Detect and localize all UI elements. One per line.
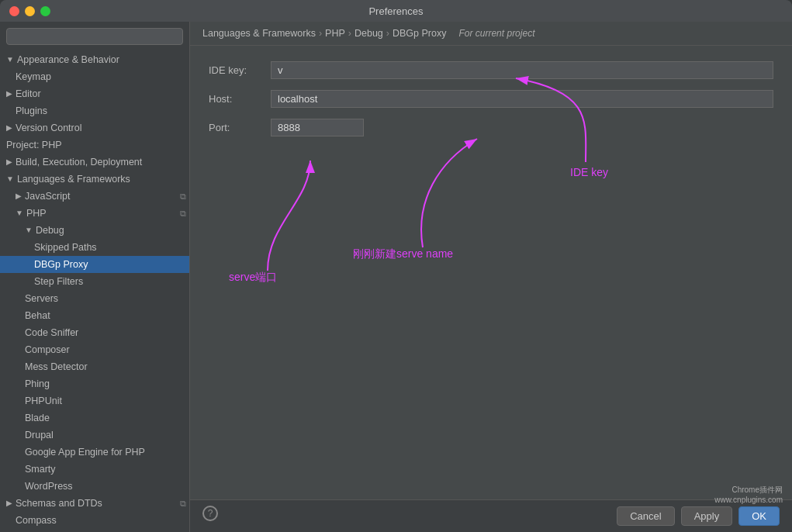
sidebar-item-behat[interactable]: Behat	[0, 307, 189, 324]
sidebar-item-smarty[interactable]: Smarty	[0, 461, 189, 478]
breadcrumb-project-label: For current project	[458, 28, 534, 39]
sidebar-label: PHP	[26, 206, 47, 221]
sidebar-label: Project: PHP	[6, 137, 62, 153]
arrow-icon: ▶	[6, 496, 12, 511]
sidebar-item-google-app-engine[interactable]: Google App Engine for PHP	[0, 444, 189, 461]
sidebar-label: Plugins	[16, 103, 47, 119]
arrow-icon: ▼	[16, 206, 23, 221]
sidebar-label: Step Filters	[34, 274, 83, 289]
sidebar-label: Skipped Paths	[34, 240, 97, 255]
sidebar-item-dbgp-proxy[interactable]: DBGp Proxy	[0, 256, 189, 273]
sidebar-label: Keymap	[16, 69, 51, 85]
host-input[interactable]	[271, 90, 773, 108]
bottom-bar: ? Cancel Apply OK Chrome插件网 www.cnplugin…	[190, 499, 792, 532]
sidebar-item-php[interactable]: ▼ PHP ⧉	[0, 205, 189, 222]
breadcrumb-part-4: DBGp Proxy	[393, 28, 446, 39]
sidebar-item-javascript[interactable]: ▶ JavaScript ⧉	[0, 188, 189, 205]
annotation-layer	[190, 46, 792, 499]
search-input[interactable]	[6, 28, 183, 45]
arrow-icon: ▼	[25, 223, 33, 238]
minimize-button[interactable]	[25, 6, 35, 16]
annotation-ide-key: IDE key	[570, 166, 608, 178]
sidebar-item-plugins[interactable]: Plugins	[0, 102, 189, 119]
sidebar-label: Code Sniffer	[25, 325, 78, 340]
close-button[interactable]	[9, 6, 19, 16]
sidebar-label: Smarty	[25, 461, 56, 477]
titlebar: Preferences	[0, 0, 792, 22]
help-button[interactable]: ?	[202, 506, 218, 521]
sidebar-item-editor[interactable]: ▶ Editor	[0, 85, 189, 102]
port-label: Port:	[209, 122, 271, 133]
sidebar-item-version-control[interactable]: ▶ Version Control	[0, 119, 189, 136]
main-panel: Languages & Frameworks › PHP › Debug › D…	[190, 22, 792, 532]
sidebar-item-step-filters[interactable]: Step Filters	[0, 273, 189, 290]
arrow-icon: ▶	[16, 188, 22, 204]
host-label: Host:	[209, 93, 271, 105]
ide-key-label: IDE key:	[209, 64, 271, 76]
breadcrumb-part-1: Languages & Frameworks	[202, 28, 316, 39]
annotation-serve-port: serve端口	[229, 271, 277, 285]
sidebar-item-build[interactable]: ▶ Build, Execution, Deployment	[0, 154, 189, 171]
settings-tree: ▼ Appearance & Behavior Keymap ▶ Editor …	[0, 50, 189, 532]
window-controls	[9, 6, 50, 16]
sidebar-label: Google App Engine for PHP	[25, 444, 145, 460]
copy-icon: ⧉	[180, 496, 186, 511]
search-box	[0, 22, 189, 50]
sidebar-label: Appearance & Behavior	[17, 52, 119, 67]
sidebar-item-keymap[interactable]: Keymap	[0, 68, 189, 85]
sidebar-label: JavaScript	[25, 188, 70, 204]
annotation-serve-name: 刚刚新建serve name	[353, 247, 453, 261]
sidebar-item-phing[interactable]: Phing	[0, 375, 189, 392]
form-area: IDE key: Host: Port:	[190, 46, 792, 499]
ide-key-row: IDE key:	[209, 61, 773, 79]
arrow-icon: ▼	[6, 52, 14, 67]
sidebar-label: DBGp Proxy	[34, 257, 88, 272]
sidebar-label: Build, Execution, Deployment	[16, 154, 142, 170]
arrow-icon: ▶	[6, 154, 12, 170]
watermark-line2: www.cnplugins.com	[714, 496, 783, 504]
sidebar-label: PHPUnit	[25, 393, 62, 409]
sidebar-item-debug[interactable]: ▼ Debug	[0, 222, 189, 239]
sidebar-item-servers[interactable]: Servers	[0, 290, 189, 307]
sidebar-item-wordpress[interactable]: WordPress	[0, 478, 189, 495]
sidebar-label: Blade	[25, 410, 50, 426]
sidebar: ▼ Appearance & Behavior Keymap ▶ Editor …	[0, 22, 190, 532]
breadcrumb-sep-2: ›	[348, 28, 351, 39]
copy-icon: ⧉	[180, 206, 186, 221]
apply-button[interactable]: Apply	[681, 506, 733, 526]
sidebar-label: Drupal	[25, 427, 54, 443]
sidebar-label: Version Control	[16, 120, 81, 136]
sidebar-item-appearance[interactable]: ▼ Appearance & Behavior	[0, 51, 189, 68]
sidebar-label: Debug	[36, 223, 64, 238]
sidebar-label: Behat	[25, 308, 50, 323]
watermark-line1: Chrome插件网	[714, 485, 783, 496]
sidebar-label: Schemas and DTDs	[16, 496, 102, 511]
sidebar-item-drupal[interactable]: Drupal	[0, 427, 189, 444]
sidebar-label: Phing	[25, 376, 50, 392]
sidebar-item-languages[interactable]: ▼ Languages & Frameworks	[0, 171, 189, 188]
sidebar-label: WordPress	[25, 478, 73, 494]
ide-key-input[interactable]	[271, 61, 773, 79]
sidebar-item-mess-detector[interactable]: Mess Detector	[0, 358, 189, 375]
window-title: Preferences	[368, 5, 423, 17]
port-input[interactable]	[271, 119, 364, 136]
sidebar-item-blade[interactable]: Blade	[0, 409, 189, 427]
sidebar-item-schemas-dtds[interactable]: ▶ Schemas and DTDs ⧉	[0, 495, 189, 512]
sidebar-item-code-sniffer[interactable]: Code Sniffer	[0, 324, 189, 341]
ok-button[interactable]: OK	[738, 506, 780, 526]
breadcrumb-sep-3: ›	[386, 28, 389, 39]
sidebar-item-project-php[interactable]: Project: PHP	[0, 136, 189, 154]
watermark: Chrome插件网 www.cnplugins.com	[714, 485, 783, 504]
help-area: ?	[202, 506, 218, 521]
sidebar-item-skipped-paths[interactable]: Skipped Paths	[0, 239, 189, 256]
breadcrumb-bar: Languages & Frameworks › PHP › Debug › D…	[190, 22, 792, 46]
main-content: ▼ Appearance & Behavior Keymap ▶ Editor …	[0, 22, 792, 532]
breadcrumb-part-2: PHP	[325, 28, 345, 39]
sidebar-item-composer[interactable]: Composer	[0, 341, 189, 358]
arrow-icon: ▼	[6, 171, 14, 187]
maximize-button[interactable]	[40, 6, 50, 16]
sidebar-item-sql-dialects[interactable]: SQL Dialects	[0, 529, 189, 532]
sidebar-item-phpunit[interactable]: PHPUnit	[0, 392, 189, 409]
cancel-button[interactable]: Cancel	[617, 506, 674, 526]
sidebar-item-compass[interactable]: Compass	[0, 512, 189, 529]
